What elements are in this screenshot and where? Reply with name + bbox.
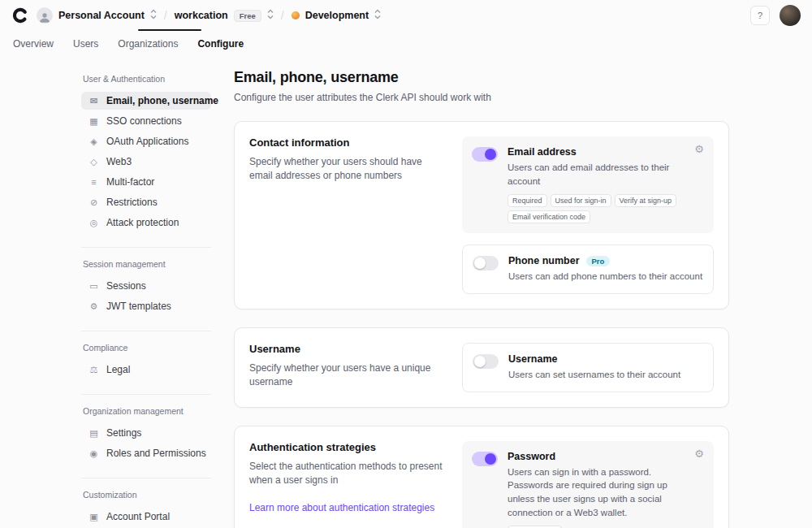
section-title: User & Authentication (83, 74, 211, 84)
badge-required: Required (508, 194, 547, 207)
card-title: Username (249, 343, 443, 355)
sidebar-item-jwt-templates[interactable]: ⚙ JWT templates (81, 297, 211, 315)
email-icon: ✉ (89, 96, 99, 106)
nav-tabs: Overview Users Organizations Configure (0, 31, 812, 59)
help-button[interactable]: ? (750, 6, 770, 25)
workspace-switcher[interactable]: workcation Free (175, 9, 274, 22)
clerk-logo (11, 6, 29, 24)
section-user-authentication: User & Authentication ✉ Email, phone, us… (81, 69, 211, 244)
sidebar-item-label: JWT templates (106, 301, 171, 312)
pro-badge: Pro (586, 256, 611, 266)
setting-description: Users can add phone numbers to their acc… (508, 270, 703, 283)
chevron-updown-icon (267, 9, 274, 22)
portal-icon: ▣ (89, 512, 99, 522)
user-avatar[interactable] (780, 5, 801, 26)
workspace-label: workcation (175, 10, 228, 21)
sidebar-item-email-phone-username[interactable]: ✉ Email, phone, username (81, 92, 211, 110)
card-authentication-strategies: Authentication strategies Select the aut… (234, 426, 729, 528)
oauth-icon: ◈ (89, 136, 99, 147)
sidebar-item-multi-factor[interactable]: ≡ Multi-factor (81, 173, 211, 191)
section-title: Session management (83, 259, 211, 269)
badge-email-verification-code: Email verification code (508, 210, 590, 223)
gear-icon[interactable]: ⚙ (694, 144, 704, 154)
badge-used-for-sign-in: Used for sign-in (551, 194, 611, 207)
sidebar-item-oauth-applications[interactable]: ◈ OAuth Applications (81, 132, 211, 150)
sessions-icon: ▭ (89, 281, 99, 292)
card-title: Contact information (249, 136, 443, 149)
roles-icon: ◉ (89, 448, 99, 459)
sidebar-item-legal[interactable]: ⚖ Legal (81, 361, 211, 379)
sidebar-item-label: Roles and Permissions (106, 448, 206, 459)
setting-row-email-address: Email address Users can add email addres… (462, 136, 714, 233)
lock-icon: ⊘ (89, 197, 99, 208)
username-toggle[interactable] (473, 354, 499, 369)
setting-title: Username (508, 353, 703, 365)
sidebar-item-settings[interactable]: ▤ Settings (81, 424, 211, 442)
sidebar-item-roles-permissions[interactable]: ◉ Roles and Permissions (81, 444, 211, 462)
sidebar-item-label: Account Portal (106, 511, 170, 522)
section-title: Organization management (83, 406, 211, 416)
page-title: Email, phone, username (234, 69, 729, 86)
card-contact-information: Contact information Specify whether your… (234, 121, 729, 309)
setting-description: Users can sign in with a password. Passw… (508, 465, 691, 520)
breadcrumb-separator: / (164, 9, 167, 22)
password-toggle[interactable] (472, 452, 498, 466)
shield-icon: ◎ (89, 218, 99, 228)
personal-account-switcher[interactable]: Personal Account (37, 7, 157, 24)
card-description: Select the authentication methods to pre… (249, 460, 443, 488)
tab-users[interactable]: Users (73, 38, 98, 50)
sidebar-item-restrictions[interactable]: ⊘ Restrictions (81, 193, 211, 211)
chevron-updown-icon (374, 9, 381, 22)
setting-title: Email address (508, 146, 704, 158)
instance-switcher[interactable]: Development (292, 9, 382, 22)
learn-more-link[interactable]: Learn more about authentication strategi… (249, 502, 434, 513)
setting-title-text: Phone number (508, 255, 580, 266)
setting-description: Users can add email addresses to their a… (508, 161, 691, 188)
setting-row-username: Username Users can set usernames to thei… (462, 343, 714, 392)
sidebar-item-label: Sessions (106, 280, 146, 292)
section-compliance: Compliance ⚖ Legal (81, 331, 211, 391)
sidebar-item-sso-connections[interactable]: ▦ SSO connections (81, 112, 211, 130)
section-organization-management: Organization management ▤ Settings ◉ Rol… (81, 394, 211, 474)
sidebar-item-label: Settings (106, 427, 141, 439)
web3-icon: ◇ (89, 157, 99, 167)
gear-icon[interactable]: ⚙ (694, 448, 704, 459)
account-label: Personal Account (58, 10, 145, 21)
instance-label: Development (305, 10, 369, 21)
tab-configure[interactable]: Configure (197, 38, 244, 50)
card-description: Specify whether your users should have e… (249, 155, 443, 184)
email-option-badges: Required Used for sign-in Verify at sign… (508, 194, 704, 223)
sidebar-item-account-portal[interactable]: ▣ Account Portal (81, 508, 211, 526)
sidebar-item-attack-protection[interactable]: ◎ Attack protection (81, 214, 211, 232)
tab-organizations[interactable]: Organizations (118, 38, 178, 50)
email-address-toggle[interactable] (472, 147, 498, 162)
section-title: Customization (83, 490, 211, 500)
sidebar-item-label: Multi-factor (106, 176, 154, 188)
sidebar-item-sessions[interactable]: ▭ Sessions (81, 277, 211, 295)
chevron-updown-icon (150, 9, 157, 22)
sidebar-item-web3[interactable]: ◇ Web3 (81, 153, 211, 171)
breadcrumb-separator: / (281, 9, 284, 22)
multi-factor-icon: ≡ (89, 177, 99, 187)
setting-row-password: Password Users can sign in with a passwo… (462, 441, 714, 528)
development-instance-dot-icon (292, 11, 300, 19)
tab-overview[interactable]: Overview (13, 38, 54, 50)
setting-row-phone-number: Phone number Pro Users can add phone num… (462, 245, 714, 294)
app-header: Personal Account / workcation Free / Dev… (0, 0, 812, 31)
sidebar-item-label: SSO connections (106, 115, 182, 127)
active-tab-indicator (138, 29, 201, 31)
settings-sidebar: User & Authentication ✉ Email, phone, us… (81, 69, 211, 528)
phone-number-toggle[interactable] (473, 256, 499, 270)
card-title: Authentication strategies (249, 441, 443, 453)
sso-icon: ▦ (89, 116, 99, 127)
section-title: Compliance (83, 343, 211, 353)
content-area: User & Authentication ✉ Email, phone, us… (0, 59, 812, 528)
sidebar-item-label: Web3 (106, 156, 132, 167)
plan-badge: Free (234, 10, 261, 22)
sidebar-item-label: OAuth Applications (106, 136, 188, 147)
section-session-management: Session management ▭ Sessions ⚙ JWT temp… (81, 247, 211, 327)
section-customization: Customization ▣ Account Portal ☺ Avatars… (81, 478, 211, 528)
page-subtitle: Configure the user attributes the Clerk … (234, 92, 729, 103)
account-avatar (37, 7, 53, 24)
jwt-icon: ⚙ (89, 301, 99, 312)
